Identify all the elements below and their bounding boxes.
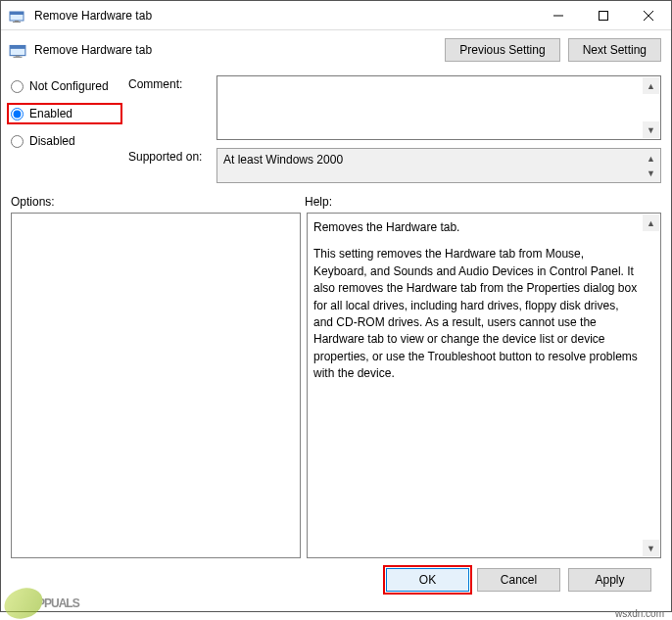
scroll-up-icon[interactable]: ▲: [643, 77, 659, 94]
watermark-logo: PPUALS: [4, 589, 79, 618]
policy-icon: [9, 41, 26, 59]
bug-icon: [0, 583, 47, 620]
svg-rect-10: [16, 56, 21, 57]
radio-disabled-input[interactable]: [11, 135, 24, 148]
maximize-button[interactable]: [581, 1, 626, 29]
supported-on-label: Supported on:: [128, 148, 211, 164]
svg-rect-11: [14, 57, 23, 58]
supported-on-box: At least Windows 2000 ▲ ▼: [216, 148, 661, 183]
radio-enabled-input[interactable]: [11, 108, 24, 120]
help-label: Help:: [305, 195, 332, 209]
radio-not-configured[interactable]: Not Configured: [11, 79, 119, 93]
svg-rect-5: [600, 11, 608, 20]
dialog-window: Remove Hardware tab Remove Hardware tab …: [0, 0, 672, 612]
svg-rect-3: [13, 22, 21, 23]
scroll-down-icon[interactable]: ▼: [643, 540, 659, 556]
svg-rect-9: [10, 46, 25, 49]
apply-button[interactable]: Apply: [568, 568, 651, 592]
minimize-button[interactable]: [536, 1, 581, 29]
comment-label: Comment:: [128, 75, 211, 91]
radio-label: Not Configured: [29, 79, 109, 93]
radio-label: Enabled: [29, 107, 72, 120]
credit-text: wsxdn.com: [615, 608, 664, 619]
enabled-highlight: Enabled: [7, 103, 122, 124]
scroll-up-icon[interactable]: ▲: [643, 215, 659, 231]
svg-rect-1: [10, 12, 24, 15]
policy-title: Remove Hardware tab: [34, 43, 437, 57]
radio-enabled[interactable]: Enabled: [11, 107, 72, 120]
options-panel: [11, 213, 301, 558]
titlebar: Remove Hardware tab: [1, 1, 671, 30]
supported-on-value: At least Windows 2000: [223, 153, 343, 167]
svg-rect-2: [15, 21, 19, 22]
help-text-2: This setting removes the Hardware tab fr…: [313, 246, 639, 382]
radio-disabled[interactable]: Disabled: [11, 134, 119, 148]
radio-not-configured-input[interactable]: [11, 80, 24, 93]
previous-setting-button[interactable]: Previous Setting: [445, 38, 559, 62]
cancel-button[interactable]: Cancel: [477, 568, 560, 592]
ok-button[interactable]: OK: [386, 568, 469, 592]
watermark-text: PPUALS: [37, 596, 79, 610]
scroll-down-icon[interactable]: ▼: [643, 121, 659, 138]
help-text-1: Removes the Hardware tab.: [313, 219, 639, 236]
options-label: Options:: [11, 195, 305, 209]
scroll-down-icon[interactable]: ▼: [643, 165, 659, 181]
policy-icon: [9, 8, 24, 24]
radio-label: Disabled: [29, 134, 75, 148]
next-setting-button[interactable]: Next Setting: [568, 38, 661, 62]
header-row: Remove Hardware tab Previous Setting Nex…: [1, 30, 671, 70]
close-button[interactable]: [626, 1, 671, 29]
state-radio-group: Not Configured Enabled Disabled: [11, 75, 119, 183]
window-title: Remove Hardware tab: [32, 9, 536, 23]
dialog-footer: OK Cancel Apply: [11, 558, 661, 601]
comment-textarea[interactable]: ▲ ▼: [216, 75, 661, 140]
help-panel: Removes the Hardware tab. This setting r…: [307, 213, 661, 558]
